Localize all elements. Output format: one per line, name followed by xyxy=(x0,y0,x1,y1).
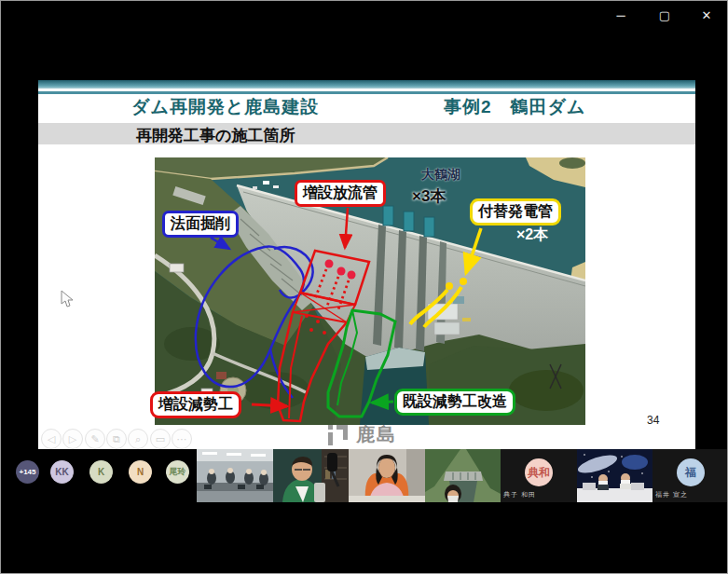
slide-case-title: 事例2 鶴田ダム xyxy=(444,95,585,119)
video-tile-woman[interactable] xyxy=(349,449,425,502)
participant-avatar-kk[interactable]: KK xyxy=(50,460,74,484)
maximize-button[interactable]: ▢ xyxy=(651,5,679,27)
kajima-logo: 鹿島 xyxy=(327,422,397,447)
avatar-initials: 典和 xyxy=(525,458,553,486)
label-replacement-penstock: 付替発電管 xyxy=(470,198,561,226)
video-tile-avatar-fuku[interactable]: 福 福井 宣之 xyxy=(652,449,728,502)
label-additional-discharge-pipe: 増設放流管 xyxy=(295,180,386,207)
participant-name: 福井 宣之 xyxy=(655,490,688,499)
participant-avatar-n[interactable]: N xyxy=(129,460,152,484)
slide-title: ダム再開発と鹿島建設 xyxy=(131,95,319,119)
video-tile-outdoor-dam[interactable] xyxy=(425,449,501,502)
pen-tool-button[interactable]: ✎ xyxy=(85,429,105,449)
slide-top-line xyxy=(38,91,695,94)
page-number: 34 xyxy=(647,414,659,427)
next-slide-button[interactable]: ▷ xyxy=(62,429,83,449)
video-tile-speaker[interactable] xyxy=(273,449,349,502)
mouse-cursor xyxy=(61,290,74,308)
close-button[interactable]: ✕ xyxy=(693,5,721,27)
label-slope-excavation: 法面掘削 xyxy=(162,211,239,238)
app-window: ─ ▢ ✕ ダム再開発と鹿島建設 事例2 鶴田ダム 再開発工事の施工箇所 xyxy=(0,0,728,574)
subtitle-button[interactable]: ▭ xyxy=(150,429,171,449)
participant-avatar-orei[interactable]: 尾玲 xyxy=(166,460,189,484)
prev-slide-button[interactable]: ◁ xyxy=(41,429,62,449)
slide-panel-button[interactable]: ⧉ xyxy=(106,429,127,449)
video-tile-galaxy-room[interactable] xyxy=(577,449,652,502)
section-title-bar: 再開発工事の施工箇所 xyxy=(38,123,695,144)
dam-aerial-photo: 大鶴湖 増設放流管 ×3本 付替発電管 ×2本 法面掘削 増設減勢工 既設減勢工… xyxy=(155,157,585,425)
slide-top-band xyxy=(38,80,695,89)
more-options-button[interactable]: ⋯ xyxy=(172,429,192,449)
zoom-button[interactable]: ⌕ xyxy=(128,429,148,449)
video-tile-conference-room[interactable] xyxy=(197,449,273,502)
label-additional-stilling-basin: 増設減勢工 xyxy=(150,391,241,418)
avatar-initials: 福 xyxy=(677,458,705,486)
kajima-logo-icon xyxy=(327,425,351,445)
lake-name-label: 大鶴湖 xyxy=(421,167,460,184)
participant-avatar-k[interactable]: K xyxy=(89,460,113,484)
section-title: 再開発工事の施工箇所 xyxy=(136,125,295,146)
label-existing-stilling-basin-remodel: 既設減勢工改造 xyxy=(394,389,515,416)
minimize-button[interactable]: ─ xyxy=(607,5,635,27)
video-tile-avatar-norikazu[interactable]: 典和 典子 和田 xyxy=(501,449,577,502)
participant-name: 典子 和田 xyxy=(503,490,536,499)
discharge-pipe-count: ×3本 xyxy=(412,185,446,207)
kajima-logo-text: 鹿島 xyxy=(356,422,397,447)
penstock-count: ×2本 xyxy=(516,226,548,245)
participant-avatar-overflow[interactable]: +145 xyxy=(16,460,39,484)
